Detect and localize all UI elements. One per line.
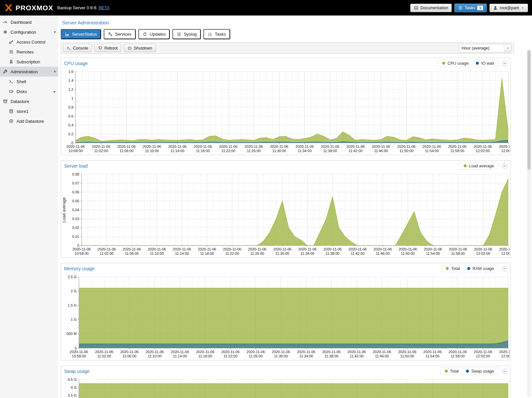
legend-item-io-wait[interactable]: IO wait	[476, 61, 494, 66]
svg-text:2020-11-06: 2020-11-06	[120, 350, 138, 354]
svg-text:11:42:00: 11:42:00	[351, 251, 365, 255]
sidebar-item-datastore[interactable]: Datastore	[0, 96, 58, 106]
sidebar-item-configuration[interactable]: Configuration▾	[0, 27, 58, 37]
legend-item-total[interactable]: Total	[446, 266, 460, 271]
svg-text:0.06: 0.06	[72, 190, 79, 194]
shutdown-button[interactable]: Shutdown	[124, 44, 156, 52]
reboot-label: Reboot	[104, 46, 118, 50]
svg-text:2020-11-06: 2020-11-06	[448, 350, 467, 354]
svg-text:2020-11-06: 2020-11-06	[297, 350, 315, 354]
user-label: root@pam	[500, 6, 519, 10]
legend-label: Total	[451, 266, 460, 271]
chevron-right-icon[interactable]: ▸	[54, 89, 56, 94]
sidebar-item-dashboard[interactable]: Dashboard	[0, 17, 58, 27]
chart-body: 00.20.40.60.811.21.41.62020-11-0610:58:0…	[61, 68, 510, 155]
svg-text:1.4: 1.4	[68, 79, 73, 83]
tab-updates[interactable]: Updates	[138, 29, 170, 39]
legend-swatch	[466, 370, 469, 373]
svg-text:0.03: 0.03	[72, 217, 79, 221]
legend-label: RAM usage	[473, 266, 494, 271]
svg-text:2020-11-06: 2020-11-06	[72, 247, 90, 251]
tasks-label: Tasks	[465, 6, 475, 10]
chart-svg: 0500 M1 G1.5 G2 G2.5 G2020-11-0610:58:00…	[61, 274, 510, 360]
collapse-icon[interactable]	[502, 61, 507, 66]
tab-label: ServerStatus	[72, 32, 97, 37]
svg-text:11:58:00: 11:58:00	[451, 251, 465, 255]
beta-link[interactable]: BETA	[99, 5, 110, 10]
vertical-scrollbar[interactable]	[527, 50, 531, 397]
svg-text:2 G: 2 G	[71, 289, 77, 293]
svg-text:0.2: 0.2	[68, 132, 73, 136]
tab-syslog[interactable]: Syslog	[172, 29, 201, 39]
sidebar-item-label: Access Control	[17, 40, 45, 45]
sidebar: DashboardConfiguration▾Access ControlRem…	[0, 16, 58, 398]
svg-text:2020-11-06: 2020-11-06	[298, 247, 316, 251]
chart-svg: 00.20.40.60.811.21.41.62020-11-0610:58:0…	[61, 68, 510, 155]
svg-text:2020-11-06: 2020-11-06	[373, 247, 392, 251]
sidebar-item-remotes[interactable]: Remotes	[0, 47, 58, 57]
collapse-icon[interactable]	[502, 163, 507, 169]
svg-text:0: 0	[71, 141, 73, 145]
svg-text:2020-11-06: 2020-11-06	[373, 350, 391, 354]
tab-services[interactable]: Services	[104, 29, 136, 39]
legend-item-load-average[interactable]: Load average	[464, 164, 494, 168]
sidebar-item-label: Add Datastore	[17, 119, 44, 124]
panel-header: Memory usageTotalRAM usage	[61, 263, 510, 274]
sidebar-item-disks[interactable]: Disks▸	[0, 86, 58, 96]
refresh-icon	[143, 32, 147, 37]
svg-text:2020-11-06: 2020-11-06	[146, 350, 164, 354]
svg-text:2020-11-06: 2020-11-06	[148, 247, 166, 251]
main-content: Server Administration ServerStatusServic…	[58, 16, 532, 398]
svg-text:2020-11-06: 2020-11-06	[499, 247, 510, 251]
sidebar-item-label: Remotes	[17, 50, 34, 54]
svg-text:2020-11-06: 2020-11-06	[397, 145, 415, 149]
tasks-button[interactable]: Tasks 1	[454, 4, 487, 12]
terminal-icon	[9, 79, 14, 84]
chevron-down-icon[interactable]: ▾	[54, 30, 56, 34]
chevron-down-icon[interactable]: ▾	[54, 69, 56, 74]
svg-text:12:02:00: 12:02:00	[476, 354, 490, 358]
sidebar-item-administration[interactable]: Administration▾	[0, 67, 58, 77]
tab-tasks[interactable]: Tasks	[203, 29, 230, 39]
documentation-button[interactable]: Documentation	[410, 4, 452, 12]
svg-text:2020-11-06: 2020-11-06	[196, 350, 214, 354]
svg-text:500 M: 500 M	[66, 332, 77, 336]
svg-text:11:10:00: 11:10:00	[148, 354, 161, 358]
scrollbar-thumb[interactable]	[527, 50, 531, 170]
legend-item-cpu-usage[interactable]: CPU usage	[442, 61, 469, 66]
collapse-icon[interactable]	[502, 369, 507, 374]
svg-text:2020-11-06: 2020-11-06	[322, 350, 340, 354]
legend-item-swap-usage[interactable]: Swap usage	[466, 369, 494, 374]
svg-text:2020-11-06: 2020-11-06	[171, 350, 189, 354]
ribbon-icon	[9, 59, 14, 64]
svg-text:2020-11-06: 2020-11-06	[499, 350, 510, 354]
reboot-button[interactable]: Reboot	[94, 44, 121, 52]
svg-text:11:54:00: 11:54:00	[425, 149, 439, 153]
terminal-icon	[67, 46, 71, 50]
console-label: Console	[73, 46, 88, 50]
svg-text:2020-11-06: 2020-11-06	[399, 247, 417, 251]
svg-text:11:22:00: 11:22:00	[224, 354, 237, 358]
sidebar-item-access-control[interactable]: Access Control	[0, 37, 58, 47]
sidebar-item-subscription[interactable]: Subscription	[0, 57, 58, 67]
legend-item-ram-usage[interactable]: RAM usage	[467, 266, 494, 271]
collapse-icon[interactable]	[502, 266, 507, 271]
combo-trigger[interactable]	[504, 44, 511, 52]
sidebar-item-store1[interactable]: store1	[0, 106, 58, 116]
svg-text:0.08: 0.08	[72, 172, 79, 176]
user-menu-button[interactable]: root@pam	[489, 4, 528, 12]
svg-text:11:22:00: 11:22:00	[221, 149, 235, 153]
caret-down-icon	[521, 6, 524, 10]
tab-serverstatus[interactable]: ServerStatus	[61, 29, 101, 39]
sidebar-item-shell[interactable]: Shell	[0, 77, 58, 86]
chart-legend: TotalSwap usage	[440, 368, 499, 375]
proxmox-x-icon	[4, 4, 13, 12]
sidebar-item-add-datastore[interactable]: Add Datastore	[0, 116, 58, 126]
console-button[interactable]: Console	[63, 44, 92, 52]
svg-text:12:02:00: 12:02:00	[476, 251, 490, 255]
chart-legend: TotalRAM usage	[441, 265, 499, 272]
svg-text:11:38:00: 11:38:00	[326, 251, 339, 255]
timeframe-select[interactable]: Hour (average)	[459, 44, 512, 52]
legend-item-total[interactable]: Total	[445, 369, 459, 374]
svg-text:2020-11-06: 2020-11-06	[168, 145, 187, 149]
